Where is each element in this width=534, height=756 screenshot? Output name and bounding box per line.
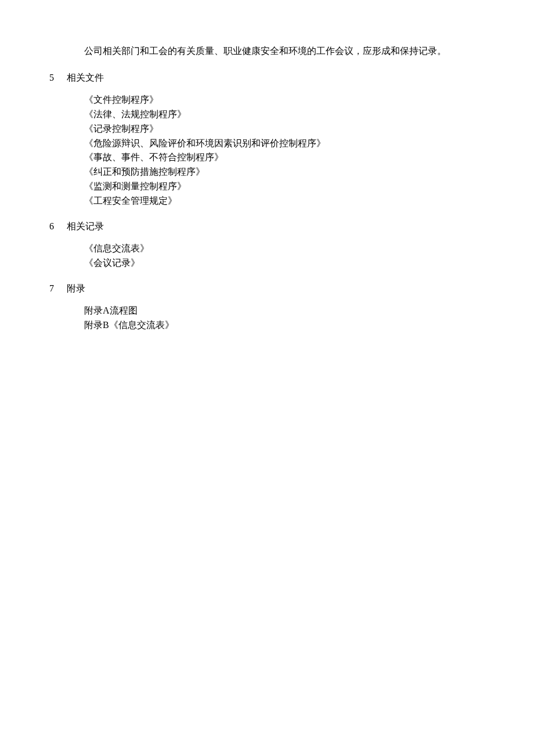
list-item: 《工程安全管理规定》 bbox=[84, 194, 485, 208]
section-number: 5 bbox=[49, 70, 67, 85]
list-item: 《危险源辩识、风险评价和环境因素识别和评价控制程序》 bbox=[84, 136, 485, 151]
list-item: 《法律、法规控制程序》 bbox=[84, 107, 485, 122]
list-item: 《记录控制程序》 bbox=[84, 122, 485, 136]
list-item: 《信息交流表》 bbox=[84, 242, 485, 256]
list-item: 《会议记录》 bbox=[84, 256, 485, 271]
section-header: 7 附录 bbox=[49, 281, 485, 296]
section-title: 相关文件 bbox=[67, 70, 104, 85]
list-item: 《纠正和预防措施控制程序》 bbox=[84, 165, 485, 179]
section-header: 5 相关文件 bbox=[49, 70, 485, 85]
list-item: 《文件控制程序》 bbox=[84, 93, 485, 107]
intro-paragraph: 公司相关部门和工会的有关质量、职业健康安全和环境的工作会议，应形成和保持记录。 bbox=[84, 44, 485, 59]
section-5: 5 相关文件 《文件控制程序》 《法律、法规控制程序》 《记录控制程序》 《危险… bbox=[49, 70, 485, 208]
list-item: 附录B《信息交流表》 bbox=[84, 318, 485, 333]
section-title: 附录 bbox=[67, 281, 85, 296]
list-item: 《事故、事件、不符合控制程序》 bbox=[84, 150, 485, 165]
list-item: 《监测和测量控制程序》 bbox=[84, 179, 485, 194]
section-7: 7 附录 附录A流程图 附录B《信息交流表》 bbox=[49, 281, 485, 333]
section-header: 6 相关记录 bbox=[49, 219, 485, 234]
list-item: 附录A流程图 bbox=[84, 304, 485, 318]
section-number: 7 bbox=[49, 281, 67, 296]
section-6: 6 相关记录 《信息交流表》 《会议记录》 bbox=[49, 219, 485, 271]
section-items: 《文件控制程序》 《法律、法规控制程序》 《记录控制程序》 《危险源辩识、风险评… bbox=[84, 93, 485, 208]
section-title: 相关记录 bbox=[67, 219, 104, 234]
section-number: 6 bbox=[49, 219, 67, 234]
section-items: 《信息交流表》 《会议记录》 bbox=[84, 242, 485, 271]
section-items: 附录A流程图 附录B《信息交流表》 bbox=[84, 304, 485, 333]
